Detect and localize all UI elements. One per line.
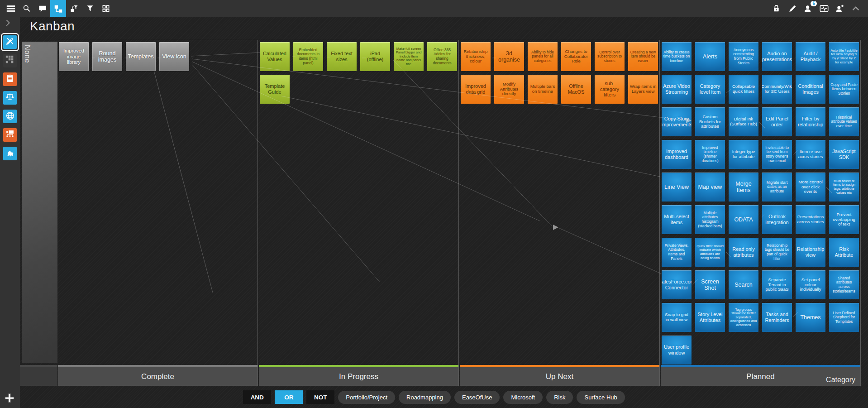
search-button[interactable] <box>19 0 34 17</box>
kanban-card[interactable]: Relationship thickness, colour <box>461 42 491 71</box>
add-user-button[interactable] <box>832 0 848 17</box>
kanban-card[interactable]: Digital Ink (Surface Hub) <box>729 107 758 136</box>
kanban-card[interactable]: Private Views, Attributes, Items and Pan… <box>662 238 692 267</box>
kanban-card[interactable]: Improved dashboard <box>662 140 692 169</box>
kanban-card[interactable]: Conditional Images <box>796 75 825 104</box>
filter-operator-and[interactable]: AND <box>243 390 271 404</box>
kanban-card[interactable]: 3d organise <box>494 42 524 71</box>
kanban-card[interactable]: Migrate start dates as an attribute <box>762 173 792 202</box>
kanban-card[interactable]: Copy Story Improvements <box>662 107 692 136</box>
kanban-card[interactable]: Improved data grid <box>461 75 491 104</box>
kanban-card[interactable]: Presentations across stories <box>796 205 825 234</box>
kanban-card[interactable]: SalesForce.com Connector <box>662 270 692 299</box>
kanban-card[interactable]: Make full screen Panel bigger and includ… <box>394 42 424 71</box>
kanban-card[interactable]: Anonymous commenting from Public Stories <box>729 42 758 71</box>
kanban-card[interactable]: More control over click events <box>796 173 825 202</box>
kanban-card[interactable]: Separate Tenant in public SaaS <box>762 270 792 299</box>
kanban-card[interactable]: Search <box>729 270 758 299</box>
kanban-card[interactable]: Changes to Collaborator Role <box>561 42 591 71</box>
kanban-card[interactable]: Ability to create time buckets on timeli… <box>662 42 692 71</box>
dashboard-grid-button[interactable] <box>98 0 114 17</box>
kanban-card[interactable]: Read only attributes <box>729 238 758 267</box>
users-button[interactable]: 6 <box>800 0 816 17</box>
kanban-card[interactable]: Screen Shot <box>695 270 725 299</box>
comment-button[interactable] <box>34 0 50 17</box>
kanban-card[interactable]: Tasks and Reminders <box>762 303 792 332</box>
kanban-card[interactable]: ODATA <box>729 205 758 234</box>
kanban-card[interactable]: Improved timeline (shorter durations) <box>695 140 725 169</box>
lock-button[interactable] <box>768 0 784 17</box>
org-presentation-tile[interactable] <box>3 128 17 142</box>
kanban-card[interactable]: User profile window <box>662 336 692 365</box>
cloud-team-tile[interactable] <box>3 147 17 160</box>
kanban-card[interactable]: Merge Items <box>729 173 758 202</box>
kanban-card[interactable]: Fixed text sizes <box>327 42 357 71</box>
kanban-card[interactable]: Multi select of items to assign tags, at… <box>829 173 859 202</box>
filter-tag-roadmapping[interactable]: Roadmapping <box>399 391 451 404</box>
filter-tag-portfolio-project[interactable]: Portfolio/Project <box>338 391 395 404</box>
kanban-card[interactable]: Ability to hide panels for all categorie… <box>528 42 558 71</box>
kanban-card[interactable]: JavaScript SDK <box>829 140 859 169</box>
kanban-card[interactable]: Invites able to be sent from story owner… <box>762 140 792 169</box>
kanban-card[interactable]: Item re-use acros stories <box>796 140 825 169</box>
kanban-card[interactable]: Relationship view <box>796 238 825 267</box>
kanban-card[interactable]: Story Level Attributes <box>695 303 725 332</box>
kanban-card[interactable]: Modify Attributes directly <box>494 75 524 104</box>
edit-pencil-button[interactable] <box>784 0 800 17</box>
kanban-card[interactable]: Creating a new item should be easier <box>628 42 658 71</box>
story-funnel-button[interactable] <box>66 0 82 17</box>
kanban-card[interactable]: User Defined Shepherd for Templates <box>829 303 859 332</box>
kanban-card[interactable]: Alerts <box>695 42 725 71</box>
kanban-card[interactable]: Prevent overlapping of text <box>829 205 859 234</box>
kanban-card[interactable]: Multi-select items <box>662 205 692 234</box>
column-footer-in-progress[interactable]: In Progress <box>259 365 458 386</box>
activity-monitor-button[interactable] <box>816 0 832 17</box>
kanban-card[interactable]: Integer type for attribute <box>729 140 758 169</box>
kanban-card[interactable]: Collapsable quick filters <box>729 75 758 104</box>
kanban-card[interactable]: Round images <box>92 42 122 71</box>
blocks-tile[interactable] <box>3 54 17 67</box>
kanban-card[interactable]: Audit / Playback <box>796 42 825 71</box>
kanban-card[interactable]: Category level item <box>695 75 725 104</box>
filter-operator-not[interactable]: NOT <box>306 390 334 404</box>
swimlane-none[interactable]: None <box>22 42 57 363</box>
kanban-card[interactable]: Calculated Values <box>260 42 290 71</box>
kanban-card[interactable]: Historical attribute values over time <box>829 107 859 136</box>
kanban-card[interactable]: Improved image library <box>59 42 89 71</box>
kanban-view-button[interactable] <box>50 0 66 17</box>
kanban-card[interactable]: Snap to grid in wall view <box>662 303 692 332</box>
kanban-card[interactable]: sub-category filters <box>595 75 625 104</box>
kanban-card[interactable]: iPad (offline) <box>360 42 390 71</box>
kanban-card[interactable]: Multiple bars on timeline <box>528 75 558 104</box>
kanban-card[interactable]: Template Guide <box>260 75 290 104</box>
menu-button[interactable] <box>3 0 19 17</box>
kanban-card[interactable]: Quick filter should indicate which attri… <box>695 238 725 267</box>
filter-tag-risk[interactable]: Risk <box>546 391 573 404</box>
kanban-card[interactable]: Control over subscription to stories <box>595 42 625 71</box>
kanban-card[interactable]: Set panel colour individually <box>796 270 825 299</box>
expand-sidebar-button[interactable] <box>0 17 20 30</box>
add-item-button[interactable] <box>4 392 15 405</box>
kanban-card[interactable]: Custom Buckets for attributes <box>695 107 725 136</box>
kanban-card[interactable]: Shared attributes across stories/teams <box>829 270 859 299</box>
filter-operator-or[interactable]: OR <box>275 390 303 404</box>
kanban-card[interactable]: Community/Wiki for SC Users <box>762 75 792 104</box>
collapse-chevron-button[interactable] <box>848 0 863 17</box>
kanban-card[interactable]: Line View <box>662 173 692 202</box>
column-footer-complete[interactable]: Complete <box>58 365 258 386</box>
clipboard-tile[interactable] <box>3 72 17 86</box>
kanban-card[interactable]: Templates <box>126 42 156 71</box>
column-footer-up-next[interactable]: Up Next <box>460 365 659 386</box>
kanban-card[interactable]: View icon <box>159 42 189 71</box>
filter-tag-easeofuse[interactable]: EaseOfUse <box>454 391 500 404</box>
kanban-card[interactable]: Edit Panel order <box>762 107 792 136</box>
scales-tile[interactable] <box>3 91 17 105</box>
pencil-ruler-tile[interactable] <box>3 35 17 49</box>
kanban-card[interactable]: Offline MacOS <box>561 75 591 104</box>
kanban-card[interactable]: Map view <box>695 173 725 202</box>
kanban-card[interactable]: Auto title / subtitle for view saying 'x… <box>829 42 859 71</box>
kanban-card[interactable]: Risk Attribute <box>829 238 859 267</box>
filter-tag-surface-hub[interactable]: Surface Hub <box>577 391 625 404</box>
kanban-card[interactable]: Tag groups should be better separated, d… <box>729 303 758 332</box>
kanban-card[interactable]: Azure Video Streaming <box>662 75 692 104</box>
